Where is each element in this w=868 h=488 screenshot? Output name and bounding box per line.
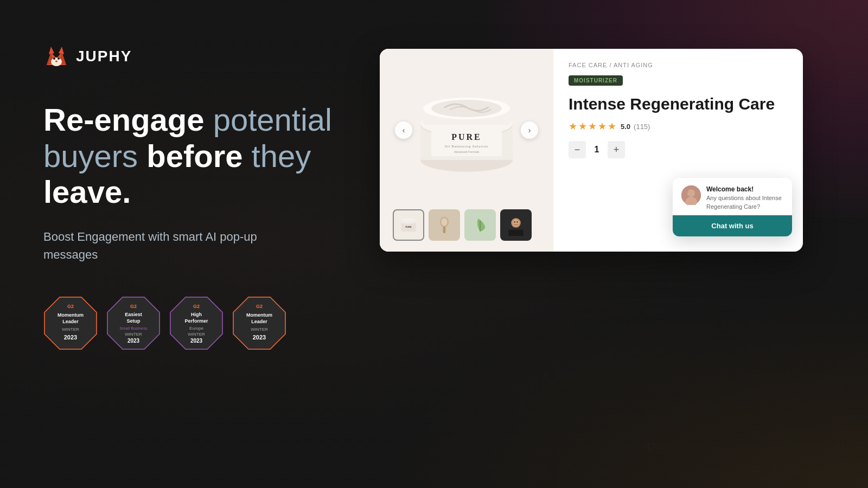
headline: Re-engage potential buyers before they l… — [43, 102, 358, 210]
svg-text:WINTER: WINTER — [125, 332, 142, 337]
chat-welcome: Welcome back! — [706, 185, 783, 193]
svg-marker-4 — [59, 47, 64, 54]
chat-popup-header: Welcome back! Any questions about Intens… — [673, 178, 792, 215]
svg-point-57 — [441, 218, 447, 226]
product-breadcrumb: FACE CARE / ANTI AGING — [569, 62, 788, 68]
quantity-decrease-button[interactable]: − — [569, 141, 586, 158]
brand-name: JUPHY — [76, 48, 132, 65]
svg-text:High: High — [191, 312, 202, 317]
product-main-image: ‹ — [391, 60, 542, 201]
chat-text-area: Welcome back! Any questions about Intens… — [706, 185, 783, 211]
svg-point-6 — [53, 57, 55, 60]
product-tag: MOISTURIZER — [569, 75, 623, 86]
svg-text:Momentum: Momentum — [58, 312, 84, 318]
svg-point-65 — [687, 189, 695, 197]
svg-text:PURE: PURE — [405, 226, 411, 228]
svg-point-7 — [58, 57, 60, 60]
star-icons: ★★★★★ — [569, 120, 617, 132]
svg-text:G2: G2 — [193, 304, 200, 309]
carousel-next-button[interactable]: › — [521, 121, 538, 139]
page-content: JUPHY Re-engage potential buyers before … — [0, 0, 868, 488]
svg-text:Momentum: Momentum — [246, 312, 272, 318]
badge-momentum-leader-2: G2 Momentum Leader WINTER 2023 — [232, 296, 286, 352]
rating-count: (115) — [634, 123, 650, 131]
chevron-right-icon: › — [528, 126, 531, 134]
svg-text:WINTER: WINTER — [62, 327, 79, 332]
quantity-control: − 1 + — [569, 141, 788, 158]
badge-easiest-setup: G2 Easiest Setup Small Business WINTER 2… — [106, 296, 161, 352]
thumbnail-2[interactable] — [429, 209, 460, 241]
product-thumbnails: PURE — [391, 209, 542, 241]
rating-score: 5.0 — [621, 123, 630, 131]
left-column: JUPHY Re-engage potential buyers before … — [43, 33, 358, 352]
chat-avatar — [681, 185, 701, 205]
svg-point-53 — [401, 218, 416, 221]
svg-text:Oil Balancing Solution: Oil Balancing Solution — [445, 145, 489, 148]
svg-text:Europe: Europe — [189, 326, 203, 331]
svg-point-62 — [516, 221, 518, 222]
svg-text:PURE: PURE — [451, 132, 482, 142]
thumbnail-4[interactable] — [500, 209, 532, 241]
juphy-logo-icon — [43, 43, 69, 69]
badge-momentum-leader-1: G2 Momentum Leader WINTER 2023 — [43, 296, 98, 352]
headline-light2: buyers — [43, 138, 146, 174]
carousel-prev-button[interactable]: ‹ — [395, 121, 412, 139]
right-column: ‹ — [358, 33, 825, 241]
svg-marker-3 — [49, 47, 54, 54]
badge-high-performer-europe: G2 High Performer Europe WINTER 2023 — [169, 296, 224, 352]
svg-text:Small Business: Small Business — [119, 326, 148, 331]
svg-text:G2: G2 — [67, 304, 74, 309]
thumbnail-3[interactable] — [464, 209, 496, 241]
svg-text:Leader: Leader — [62, 319, 79, 324]
svg-text:WINTER: WINTER — [251, 327, 268, 332]
svg-text:G2: G2 — [130, 304, 137, 309]
quantity-increase-button[interactable]: + — [608, 141, 625, 158]
logo-area: JUPHY — [43, 43, 358, 69]
svg-rect-56 — [443, 226, 446, 233]
product-rating: ★★★★★ 5.0 (115) — [569, 120, 788, 132]
product-image-jar: PURE Oil Balancing Solution Advanced For… — [407, 70, 526, 190]
badges-row: G2 Momentum Leader WINTER 2023 G2 Easies… — [43, 296, 358, 352]
product-title: Intense Regenerating Care — [569, 94, 788, 114]
svg-text:Leader: Leader — [251, 319, 267, 324]
quantity-value: 1 — [586, 145, 608, 155]
headline-light3: they — [252, 138, 311, 174]
headline-bold2: before — [146, 138, 242, 174]
chat-with-us-button[interactable]: Chat with us — [673, 215, 792, 236]
product-card: ‹ — [380, 49, 803, 252]
svg-point-61 — [514, 221, 515, 222]
svg-text:Performer: Performer — [184, 318, 208, 324]
svg-text:WINTER: WINTER — [188, 332, 205, 337]
svg-text:Easiest: Easiest — [125, 312, 142, 317]
chat-popup: Welcome back! Any questions about Intens… — [673, 178, 792, 236]
headline-light1: potential — [213, 102, 332, 137]
subheadline: Boost Engagement with smart AI pop-up me… — [43, 228, 271, 264]
svg-text:2023: 2023 — [127, 338, 140, 344]
svg-point-8 — [55, 61, 58, 62]
svg-text:2023: 2023 — [253, 334, 266, 341]
svg-point-45 — [431, 100, 502, 117]
svg-point-60 — [513, 220, 520, 227]
chat-message: Any questions about Intense Regenerating… — [706, 194, 783, 211]
product-details: FACE CARE / ANTI AGING MOISTURIZER Inten… — [553, 49, 803, 252]
svg-text:G2: G2 — [256, 304, 263, 309]
svg-text:Setup: Setup — [126, 318, 141, 324]
chevron-left-icon: ‹ — [403, 126, 405, 134]
svg-text:2023: 2023 — [190, 338, 203, 344]
svg-text:Advanced Formula: Advanced Formula — [454, 150, 480, 153]
headline-bold1: Re-engage — [43, 102, 205, 137]
product-image-area: ‹ — [380, 49, 553, 252]
thumbnail-1[interactable]: PURE — [393, 209, 424, 241]
svg-rect-63 — [508, 230, 523, 236]
headline-bold3: leave. — [43, 174, 131, 209]
svg-text:2023: 2023 — [64, 334, 77, 341]
